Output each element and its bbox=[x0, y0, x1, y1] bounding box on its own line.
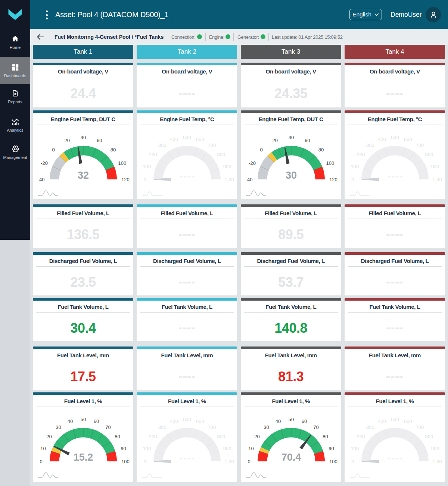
svg-text:100: 100 bbox=[351, 164, 359, 169]
svg-text:90: 90 bbox=[329, 446, 334, 451]
svg-text:10: 10 bbox=[40, 446, 46, 451]
svg-text:700: 700 bbox=[208, 424, 216, 430]
svg-text:20: 20 bbox=[254, 434, 259, 439]
svg-text:500: 500 bbox=[183, 417, 191, 422]
svg-text:0: 0 bbox=[144, 177, 146, 182]
svg-text:20: 20 bbox=[46, 434, 52, 439]
svg-text:40: 40 bbox=[276, 418, 281, 424]
svg-text:0: 0 bbox=[144, 459, 146, 464]
svg-text:20: 20 bbox=[65, 138, 70, 143]
svg-text:50: 50 bbox=[288, 417, 293, 422]
svg-text:60: 60 bbox=[301, 418, 307, 424]
svg-text:600: 600 bbox=[404, 137, 412, 142]
svg-text:15.2: 15.2 bbox=[74, 452, 93, 463]
svg-text:600: 600 bbox=[196, 137, 204, 142]
svg-text:100: 100 bbox=[118, 160, 127, 166]
svg-text:700: 700 bbox=[416, 424, 424, 430]
svg-text:500: 500 bbox=[391, 135, 399, 140]
svg-text:200: 200 bbox=[357, 434, 365, 439]
svg-text:0: 0 bbox=[52, 147, 55, 153]
svg-text:70: 70 bbox=[313, 424, 318, 430]
svg-text:200: 200 bbox=[149, 434, 157, 439]
svg-text:500: 500 bbox=[183, 135, 191, 140]
svg-text:32: 32 bbox=[78, 170, 89, 181]
svg-text:1,00: 1,00 bbox=[432, 177, 442, 182]
svg-text:40: 40 bbox=[68, 418, 73, 424]
svg-text:-20: -20 bbox=[249, 160, 256, 166]
svg-text:10: 10 bbox=[248, 446, 253, 451]
svg-text:40: 40 bbox=[288, 135, 293, 140]
svg-text:100: 100 bbox=[326, 160, 334, 166]
svg-text:900: 900 bbox=[223, 164, 231, 169]
svg-text:70.4: 70.4 bbox=[281, 452, 301, 463]
svg-text:300: 300 bbox=[158, 142, 167, 148]
svg-text:700: 700 bbox=[416, 142, 424, 148]
svg-text:100: 100 bbox=[329, 459, 337, 464]
svg-text:80: 80 bbox=[318, 147, 323, 153]
svg-text:0: 0 bbox=[260, 147, 262, 153]
svg-text:100: 100 bbox=[143, 446, 151, 451]
svg-text:1,00: 1,00 bbox=[225, 459, 234, 464]
svg-text:0: 0 bbox=[351, 459, 354, 464]
svg-text:500: 500 bbox=[391, 417, 399, 422]
svg-text:90: 90 bbox=[121, 446, 126, 451]
svg-text:700: 700 bbox=[208, 142, 216, 148]
svg-text:900: 900 bbox=[223, 446, 231, 451]
svg-text:800: 800 bbox=[217, 152, 225, 157]
svg-text:60: 60 bbox=[97, 138, 102, 143]
svg-text:400: 400 bbox=[378, 137, 386, 142]
svg-text:800: 800 bbox=[425, 152, 433, 157]
svg-text:200: 200 bbox=[149, 152, 157, 157]
svg-text:1,00: 1,00 bbox=[225, 177, 234, 182]
svg-text:80: 80 bbox=[111, 147, 116, 153]
svg-text:80: 80 bbox=[115, 434, 120, 439]
svg-text:40: 40 bbox=[81, 135, 86, 140]
svg-text:0: 0 bbox=[351, 177, 354, 182]
svg-text:900: 900 bbox=[431, 164, 439, 169]
svg-text:120: 120 bbox=[121, 177, 130, 182]
svg-text:-40: -40 bbox=[245, 177, 252, 182]
svg-text:120: 120 bbox=[329, 177, 337, 182]
svg-text:0: 0 bbox=[248, 459, 250, 464]
svg-text:800: 800 bbox=[425, 434, 433, 439]
svg-text:60: 60 bbox=[305, 138, 310, 143]
svg-text:400: 400 bbox=[170, 137, 178, 142]
svg-text:100: 100 bbox=[351, 446, 359, 451]
svg-text:600: 600 bbox=[196, 418, 204, 424]
svg-text:800: 800 bbox=[217, 434, 225, 439]
svg-text:300: 300 bbox=[366, 424, 374, 430]
svg-text:100: 100 bbox=[121, 459, 130, 464]
svg-text:1,00: 1,00 bbox=[432, 459, 442, 464]
svg-text:200: 200 bbox=[357, 152, 365, 157]
svg-text:30: 30 bbox=[56, 424, 61, 430]
svg-text:600: 600 bbox=[404, 418, 412, 424]
svg-text:400: 400 bbox=[378, 418, 386, 424]
svg-text:900: 900 bbox=[431, 446, 439, 451]
svg-text:0: 0 bbox=[40, 459, 42, 464]
svg-text:-40: -40 bbox=[38, 177, 45, 182]
svg-text:20: 20 bbox=[272, 138, 277, 143]
svg-text:30: 30 bbox=[286, 170, 297, 181]
svg-text:300: 300 bbox=[366, 142, 374, 148]
svg-text:50: 50 bbox=[81, 417, 86, 422]
svg-text:30: 30 bbox=[264, 424, 269, 430]
svg-text:60: 60 bbox=[94, 418, 99, 424]
svg-text:70: 70 bbox=[105, 424, 111, 430]
svg-text:400: 400 bbox=[170, 418, 178, 424]
svg-text:100: 100 bbox=[143, 164, 151, 169]
svg-text:80: 80 bbox=[323, 434, 328, 439]
svg-text:300: 300 bbox=[158, 424, 167, 430]
svg-text:-20: -20 bbox=[41, 160, 48, 166]
